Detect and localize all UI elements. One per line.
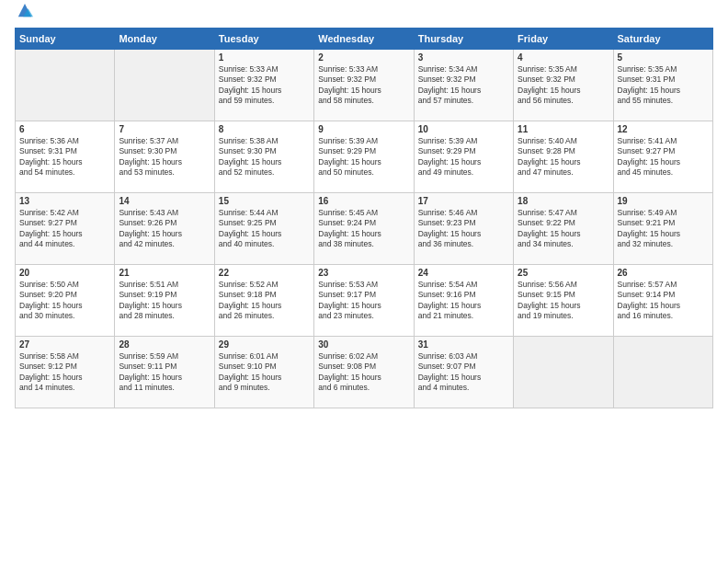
week-row-3: 13Sunrise: 5:42 AMSunset: 9:27 PMDayligh… <box>16 193 713 265</box>
day-info: Sunrise: 5:36 AMSunset: 9:31 PMDaylight:… <box>19 136 110 178</box>
day-cell: 3Sunrise: 5:34 AMSunset: 9:32 PMDaylight… <box>414 50 513 121</box>
day-number: 11 <box>518 124 609 134</box>
day-info: Sunrise: 5:38 AMSunset: 9:30 PMDaylight:… <box>219 136 310 178</box>
day-number: 2 <box>318 52 409 63</box>
day-cell <box>514 337 613 408</box>
day-cell: 27Sunrise: 5:58 AMSunset: 9:12 PMDayligh… <box>16 337 115 408</box>
day-info: Sunrise: 5:56 AMSunset: 9:15 PMDaylight:… <box>518 280 609 322</box>
day-info: Sunrise: 5:51 AMSunset: 9:19 PMDaylight:… <box>119 280 210 322</box>
day-info: Sunrise: 5:39 AMSunset: 9:29 PMDaylight:… <box>418 136 509 178</box>
calendar-table: SundayMondayTuesdayWednesdayThursdayFrid… <box>15 28 713 408</box>
day-cell <box>16 50 115 121</box>
day-cell: 14Sunrise: 5:43 AMSunset: 9:26 PMDayligh… <box>115 193 214 265</box>
day-info: Sunrise: 5:41 AMSunset: 9:27 PMDaylight:… <box>618 136 709 178</box>
day-number: 3 <box>418 52 509 63</box>
day-number: 4 <box>518 52 609 63</box>
day-cell: 1Sunrise: 5:33 AMSunset: 9:32 PMDaylight… <box>214 50 313 121</box>
day-number: 6 <box>19 124 110 134</box>
day-header-friday: Friday <box>514 29 613 50</box>
day-cell: 2Sunrise: 5:33 AMSunset: 9:32 PMDaylight… <box>314 50 414 121</box>
day-header-tuesday: Tuesday <box>214 29 313 50</box>
day-cell: 25Sunrise: 5:56 AMSunset: 9:15 PMDayligh… <box>514 265 613 337</box>
day-info: Sunrise: 5:58 AMSunset: 9:12 PMDaylight:… <box>19 351 110 394</box>
day-number: 9 <box>318 124 409 134</box>
day-header-saturday: Saturday <box>613 29 712 50</box>
day-number: 21 <box>119 268 210 278</box>
day-info: Sunrise: 5:40 AMSunset: 9:28 PMDaylight:… <box>518 136 609 178</box>
day-cell: 26Sunrise: 5:57 AMSunset: 9:14 PMDayligh… <box>613 265 712 337</box>
day-cell: 28Sunrise: 5:59 AMSunset: 9:11 PMDayligh… <box>115 337 214 408</box>
day-number: 7 <box>119 124 210 134</box>
day-info: Sunrise: 5:33 AMSunset: 9:32 PMDaylight:… <box>318 64 409 107</box>
day-number: 31 <box>418 339 509 350</box>
day-cell: 30Sunrise: 6:02 AMSunset: 9:08 PMDayligh… <box>314 337 414 408</box>
day-number: 13 <box>19 196 110 206</box>
day-cell: 31Sunrise: 6:03 AMSunset: 9:07 PMDayligh… <box>414 337 513 408</box>
day-number: 17 <box>418 196 509 206</box>
day-cell: 12Sunrise: 5:41 AMSunset: 9:27 PMDayligh… <box>613 121 712 193</box>
day-cell: 10Sunrise: 5:39 AMSunset: 9:29 PMDayligh… <box>414 121 513 193</box>
day-number: 29 <box>219 339 310 350</box>
day-info: Sunrise: 5:52 AMSunset: 9:18 PMDaylight:… <box>219 280 310 322</box>
day-number: 12 <box>618 124 709 134</box>
day-cell: 21Sunrise: 5:51 AMSunset: 9:19 PMDayligh… <box>115 265 214 337</box>
day-cell: 19Sunrise: 5:49 AMSunset: 9:21 PMDayligh… <box>613 193 712 265</box>
day-number: 28 <box>119 339 210 350</box>
day-number: 15 <box>219 196 310 206</box>
day-number: 5 <box>618 52 709 63</box>
day-cell: 20Sunrise: 5:50 AMSunset: 9:20 PMDayligh… <box>16 265 115 337</box>
day-cell <box>613 337 712 408</box>
day-number: 22 <box>219 268 310 278</box>
week-row-1: 1Sunrise: 5:33 AMSunset: 9:32 PMDaylight… <box>16 50 713 121</box>
day-info: Sunrise: 5:54 AMSunset: 9:16 PMDaylight:… <box>418 280 509 322</box>
day-cell: 29Sunrise: 6:01 AMSunset: 9:10 PMDayligh… <box>214 337 313 408</box>
day-cell <box>115 50 214 121</box>
day-header-wednesday: Wednesday <box>314 29 414 50</box>
day-cell: 7Sunrise: 5:37 AMSunset: 9:30 PMDaylight… <box>115 121 214 193</box>
day-info: Sunrise: 5:59 AMSunset: 9:11 PMDaylight:… <box>119 351 210 394</box>
day-number: 24 <box>418 268 509 278</box>
day-info: Sunrise: 5:35 AMSunset: 9:31 PMDaylight:… <box>618 64 709 107</box>
day-cell: 18Sunrise: 5:47 AMSunset: 9:22 PMDayligh… <box>514 193 613 265</box>
week-row-5: 27Sunrise: 5:58 AMSunset: 9:12 PMDayligh… <box>16 337 713 408</box>
calendar-header: SundayMondayTuesdayWednesdayThursdayFrid… <box>16 29 713 50</box>
day-cell: 17Sunrise: 5:46 AMSunset: 9:23 PMDayligh… <box>414 193 513 265</box>
day-cell: 13Sunrise: 5:42 AMSunset: 9:27 PMDayligh… <box>16 193 115 265</box>
day-info: Sunrise: 5:43 AMSunset: 9:26 PMDaylight:… <box>119 208 210 250</box>
day-cell: 5Sunrise: 5:35 AMSunset: 9:31 PMDaylight… <box>613 50 712 121</box>
page-header <box>15 11 713 20</box>
day-info: Sunrise: 5:50 AMSunset: 9:20 PMDaylight:… <box>19 280 110 322</box>
day-number: 10 <box>418 124 509 134</box>
day-cell: 8Sunrise: 5:38 AMSunset: 9:30 PMDaylight… <box>214 121 313 193</box>
day-info: Sunrise: 5:57 AMSunset: 9:14 PMDaylight:… <box>618 280 709 322</box>
day-info: Sunrise: 5:35 AMSunset: 9:32 PMDaylight:… <box>518 64 609 107</box>
day-number: 30 <box>318 339 409 350</box>
logo-icon <box>17 2 33 20</box>
day-number: 18 <box>518 196 609 206</box>
day-info: Sunrise: 5:49 AMSunset: 9:21 PMDaylight:… <box>618 208 709 250</box>
logo <box>15 11 33 20</box>
day-info: Sunrise: 5:37 AMSunset: 9:30 PMDaylight:… <box>119 136 210 178</box>
day-cell: 15Sunrise: 5:44 AMSunset: 9:25 PMDayligh… <box>214 193 313 265</box>
day-cell: 11Sunrise: 5:40 AMSunset: 9:28 PMDayligh… <box>514 121 613 193</box>
day-info: Sunrise: 5:33 AMSunset: 9:32 PMDaylight:… <box>219 64 310 107</box>
day-number: 1 <box>219 52 310 63</box>
day-info: Sunrise: 5:44 AMSunset: 9:25 PMDaylight:… <box>219 208 310 250</box>
day-info: Sunrise: 5:42 AMSunset: 9:27 PMDaylight:… <box>19 208 110 250</box>
day-cell: 9Sunrise: 5:39 AMSunset: 9:29 PMDaylight… <box>314 121 414 193</box>
week-row-4: 20Sunrise: 5:50 AMSunset: 9:20 PMDayligh… <box>16 265 713 337</box>
day-number: 23 <box>318 268 409 278</box>
header-row: SundayMondayTuesdayWednesdayThursdayFrid… <box>16 29 713 50</box>
week-row-2: 6Sunrise: 5:36 AMSunset: 9:31 PMDaylight… <box>16 121 713 193</box>
day-number: 27 <box>19 339 110 350</box>
day-number: 25 <box>518 268 609 278</box>
day-cell: 24Sunrise: 5:54 AMSunset: 9:16 PMDayligh… <box>414 265 513 337</box>
day-header-monday: Monday <box>115 29 214 50</box>
day-header-sunday: Sunday <box>16 29 115 50</box>
day-info: Sunrise: 5:45 AMSunset: 9:24 PMDaylight:… <box>318 208 409 250</box>
day-header-thursday: Thursday <box>414 29 513 50</box>
day-info: Sunrise: 5:46 AMSunset: 9:23 PMDaylight:… <box>418 208 509 250</box>
day-info: Sunrise: 6:01 AMSunset: 9:10 PMDaylight:… <box>219 351 310 394</box>
day-info: Sunrise: 5:53 AMSunset: 9:17 PMDaylight:… <box>318 280 409 322</box>
calendar-body: 1Sunrise: 5:33 AMSunset: 9:32 PMDaylight… <box>16 50 713 408</box>
